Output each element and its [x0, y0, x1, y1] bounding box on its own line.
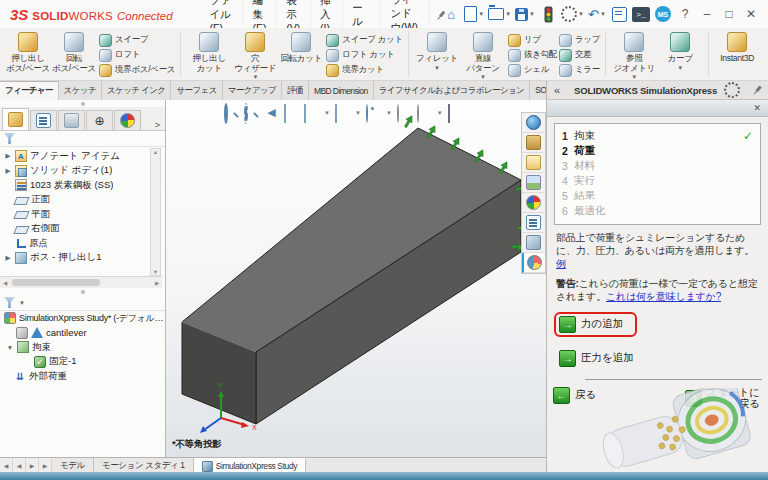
- undo-button[interactable]: ↶▼: [588, 4, 606, 24]
- scrollbar-thumb[interactable]: [12, 279, 100, 286]
- tree-item-origin[interactable]: 原点: [0, 236, 165, 251]
- resources-tab[interactable]: [522, 233, 545, 253]
- swept-cut-button[interactable]: スイープ カット: [326, 33, 403, 47]
- tab-solidworks-addins[interactable]: SOLIDWORKS アドイン: [530, 81, 546, 100]
- nav-next-icon[interactable]: ▶: [26, 458, 39, 473]
- linear-pattern-button[interactable]: 直線パターン ▼: [460, 31, 506, 80]
- tree-horizontal-scrollbar[interactable]: ◀ ▶: [0, 276, 162, 288]
- panel-gear-icon[interactable]: [724, 82, 740, 98]
- tab-sketch-ink[interactable]: スケッチ インク: [102, 81, 171, 100]
- revolved-boss-button[interactable]: 回転ボス/ベース: [51, 31, 97, 73]
- rib-button[interactable]: リブ: [508, 33, 557, 47]
- close-panel-icon[interactable]: ✕: [753, 103, 768, 113]
- step-loads[interactable]: 2 荷重: [562, 143, 753, 158]
- study-item-external-loads[interactable]: ⇊ 外部荷重: [0, 369, 165, 384]
- help-button[interactable]: ?: [676, 4, 694, 24]
- view-palette-tab[interactable]: [522, 173, 545, 193]
- dimxpertmanager-tab[interactable]: ⊕: [86, 110, 113, 130]
- home-button[interactable]: ⌂: [442, 4, 460, 24]
- boundary-boss-button[interactable]: 境界ボス/ベース: [99, 63, 175, 77]
- featuremanager-tab[interactable]: [2, 108, 29, 130]
- selection-filter-button[interactable]: [610, 4, 628, 24]
- chevron-down-icon[interactable]: ▼: [529, 11, 535, 17]
- chevron-down-icon[interactable]: ▼: [19, 300, 25, 306]
- intersect-button[interactable]: 交差: [559, 48, 600, 62]
- boundary-cut-button[interactable]: 境界カット: [326, 63, 403, 77]
- minimize-button[interactable]: –: [698, 4, 716, 24]
- menu-file[interactable]: ファイル(F): [201, 0, 244, 28]
- lofted-cut-button[interactable]: ロフト カット: [326, 48, 403, 62]
- options-button[interactable]: ▼: [561, 4, 584, 24]
- chevron-down-icon[interactable]: ▼: [480, 74, 486, 80]
- maximize-button[interactable]: □: [720, 4, 738, 24]
- add-pressure-button[interactable]: → 圧力を追加: [559, 350, 634, 367]
- panel-splitter-handle[interactable]: [0, 288, 165, 295]
- panel-collapse-button[interactable]: «: [547, 84, 567, 96]
- reference-geometry-button[interactable]: 参照ジオメトリ ▼: [611, 31, 657, 80]
- menu-edit[interactable]: 編集(E): [243, 0, 277, 28]
- filter-funnel-icon[interactable]: [4, 297, 15, 308]
- chevron-down-icon[interactable]: ▼: [434, 65, 440, 71]
- manager-tabs-overflow[interactable]: >: [150, 120, 165, 130]
- tree-item-annotations[interactable]: ▶ A アノテート アイテム: [0, 149, 165, 164]
- nav-last-icon[interactable]: ▶: [39, 458, 52, 473]
- menu-insert[interactable]: 挿入(I): [311, 0, 343, 28]
- study-item-fixed1[interactable]: ↙ 固定-1: [0, 355, 165, 370]
- expand-icon[interactable]: ▶: [4, 254, 12, 262]
- chevron-down-icon[interactable]: ▼: [478, 11, 484, 17]
- tab-surfaces[interactable]: サーフェス: [171, 81, 222, 100]
- extruded-boss-button[interactable]: 押し出しボス/ベース: [5, 31, 51, 73]
- tree-item-material[interactable]: 1023 炭素鋼板 (SS): [0, 178, 165, 193]
- custom-properties-tab[interactable]: [522, 213, 545, 233]
- scroll-left-icon[interactable]: ◀: [0, 280, 10, 286]
- tab-mbd-dimension[interactable]: MBD Dimension: [309, 81, 374, 100]
- mirror-button[interactable]: ミラー: [559, 63, 600, 77]
- tree-item-boss-extrude1[interactable]: ▶ ボス - 押し出し1: [0, 251, 165, 266]
- file-explorer-tab[interactable]: [522, 153, 545, 173]
- scroll-up-icon[interactable]: ▲: [153, 149, 158, 155]
- draft-button[interactable]: 抜き勾配: [508, 48, 557, 62]
- tree-vertical-scrollbar[interactable]: ▲ ▼: [150, 148, 161, 276]
- tab-model[interactable]: モデル: [52, 458, 94, 473]
- tree-item-solid-bodies[interactable]: ▶ ソリッド ボディ(1): [0, 164, 165, 179]
- expand-icon[interactable]: ▶: [4, 152, 12, 160]
- open-button[interactable]: ▼: [488, 4, 511, 24]
- menu-tools[interactable]: ツール(T): [343, 0, 381, 28]
- swept-boss-button[interactable]: スイープ: [99, 33, 175, 47]
- propertymanager-tab[interactable]: [30, 110, 57, 130]
- panel-pin-icon[interactable]: [750, 83, 764, 97]
- what-does-this-mean-link[interactable]: これは何を意味しますか?: [606, 291, 721, 302]
- tab-sketch[interactable]: スケッチ: [59, 81, 102, 100]
- save-button[interactable]: ▼: [515, 4, 535, 24]
- chevron-down-icon[interactable]: ▼: [600, 11, 606, 17]
- close-button[interactable]: ✕: [742, 4, 760, 24]
- design-library-tab[interactable]: [522, 133, 545, 153]
- curves-button[interactable]: カーブ ▼: [657, 31, 703, 71]
- chevron-down-icon[interactable]: ▼: [505, 11, 511, 17]
- menu-window[interactable]: ウィンドウ(W): [381, 0, 430, 28]
- filter-funnel-icon[interactable]: [4, 133, 15, 144]
- rebuild-button[interactable]: [539, 4, 557, 24]
- nav-prev-icon[interactable]: ◀: [13, 458, 26, 473]
- cantilever-model[interactable]: Y X: [166, 100, 546, 457]
- simulationxpress-tab[interactable]: [522, 253, 545, 273]
- shell-button[interactable]: シェル: [508, 63, 557, 77]
- example-link[interactable]: 例: [556, 258, 566, 269]
- chevron-down-icon[interactable]: ▼: [677, 65, 683, 71]
- tree-item-right-plane[interactable]: 右側面: [0, 222, 165, 237]
- tab-motion-study[interactable]: モーション スタディ 1: [94, 458, 194, 473]
- scroll-right-icon[interactable]: ▶: [152, 280, 162, 286]
- chevron-down-icon[interactable]: ▼: [252, 74, 258, 80]
- command-console-button[interactable]: >_: [632, 4, 650, 24]
- nav-first-icon[interactable]: ◀: [0, 458, 13, 473]
- add-force-button[interactable]: → 力の追加: [559, 316, 623, 333]
- wrap-button[interactable]: ラップ: [559, 33, 600, 47]
- displaymanager-tab[interactable]: [114, 110, 141, 130]
- tab-simulationxpress-study[interactable]: SimulationXpress Study: [194, 458, 306, 473]
- new-document-button[interactable]: ▼: [464, 4, 484, 24]
- tree-item-top-plane[interactable]: 平面: [0, 207, 165, 222]
- extruded-cut-button[interactable]: 押し出しカット: [186, 31, 232, 73]
- revolved-cut-button[interactable]: 回転カット: [278, 31, 324, 64]
- expand-icon[interactable]: ▶: [4, 167, 12, 175]
- fillet-button[interactable]: フィレット ▼: [414, 31, 460, 71]
